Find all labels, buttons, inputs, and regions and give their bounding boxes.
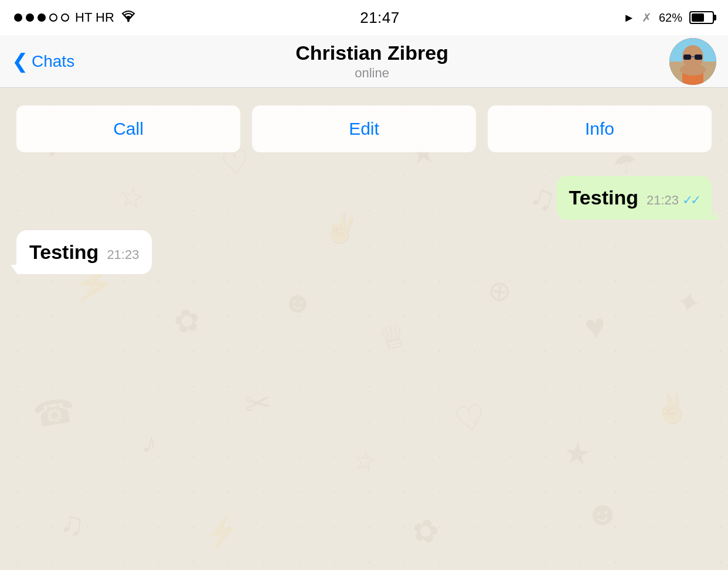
- svg-text:♪: ♪: [140, 425, 161, 460]
- edit-button[interactable]: Edit: [252, 105, 476, 152]
- svg-text:✿: ✿: [409, 511, 442, 551]
- status-time: 21:47: [360, 9, 400, 27]
- received-message-text: Testing: [29, 241, 98, 264]
- svg-text:⚡: ⚡: [200, 511, 243, 552]
- svg-text:✂: ✂: [243, 384, 273, 422]
- status-left: HT HR: [14, 9, 137, 26]
- info-label: Info: [585, 119, 614, 139]
- call-button[interactable]: Call: [16, 105, 240, 152]
- sent-message-time: 21:23: [647, 193, 679, 208]
- sent-bubble[interactable]: Testing 21:23 ✓✓: [556, 176, 712, 220]
- battery-icon: [689, 11, 714, 24]
- signal-dot-5: [61, 13, 69, 22]
- svg-text:♫: ♫: [58, 503, 87, 543]
- messages-area: Testing 21:23 ✓✓ Testing 21:23: [0, 164, 728, 296]
- signal-dot-3: [38, 13, 46, 22]
- received-message-time: 21:23: [107, 247, 139, 262]
- svg-text:♥: ♥: [583, 306, 607, 347]
- call-label: Call: [113, 119, 144, 139]
- wifi-icon: [120, 9, 137, 26]
- svg-text:☎: ☎: [30, 390, 78, 434]
- chat-area: ♪ ☆ ♡ ✌ ★ ♫ ☂ ⚡ ✿ ☻ ♕ ⊕ ♥ ✦ ☎ ♪ ✂ ☆ ♡ ★ …: [0, 88, 728, 570]
- message-row: Testing 21:23 ✓✓: [16, 176, 712, 220]
- avatar-image: [669, 38, 716, 85]
- svg-text:✌: ✌: [651, 388, 692, 429]
- received-message-meta: 21:23: [107, 247, 139, 262]
- back-button[interactable]: ❮ Chats: [12, 52, 74, 71]
- action-buttons-row: Call Edit Info: [0, 88, 728, 164]
- svg-text:★: ★: [562, 435, 593, 472]
- message-row: Testing 21:23: [16, 230, 712, 274]
- received-bubble[interactable]: Testing 21:23: [16, 230, 152, 274]
- location-icon: ►: [623, 11, 635, 25]
- svg-text:✿: ✿: [171, 301, 203, 340]
- sent-message-text: Testing: [569, 186, 638, 209]
- avatar[interactable]: [669, 38, 716, 85]
- back-label: Chats: [32, 52, 74, 71]
- info-button[interactable]: Info: [488, 105, 712, 152]
- contact-name: Christian Zibreg: [295, 42, 448, 64]
- carrier-name: HT HR: [75, 10, 114, 25]
- bluetooth-icon: ✗: [642, 11, 652, 25]
- svg-text:☆: ☆: [351, 444, 379, 477]
- back-chevron-icon: ❮: [12, 51, 28, 71]
- svg-point-7: [680, 64, 706, 76]
- svg-rect-5: [695, 54, 702, 60]
- edit-label: Edit: [349, 119, 379, 139]
- contact-status: online: [295, 66, 448, 81]
- svg-text:♡: ♡: [451, 397, 490, 441]
- status-right: ► ✗ 62%: [623, 11, 714, 25]
- svg-text:♕: ♕: [374, 315, 411, 358]
- battery-percent: 62%: [659, 11, 682, 25]
- nav-bar: ❮ Chats Christian Zibreg online: [0, 35, 728, 88]
- sent-message-meta: 21:23 ✓✓: [647, 193, 699, 208]
- svg-rect-4: [683, 54, 691, 60]
- svg-text:☻: ☻: [582, 492, 622, 534]
- signal-dot-1: [14, 13, 22, 22]
- svg-point-0: [127, 20, 130, 22]
- signal-dot-4: [49, 13, 57, 22]
- read-receipt-icon: ✓✓: [682, 193, 699, 208]
- nav-title-area: Christian Zibreg online: [295, 42, 448, 81]
- signal-strength: [14, 13, 69, 22]
- status-bar: HT HR 21:47 ► ✗ 62%: [0, 0, 728, 35]
- signal-dot-2: [26, 13, 34, 22]
